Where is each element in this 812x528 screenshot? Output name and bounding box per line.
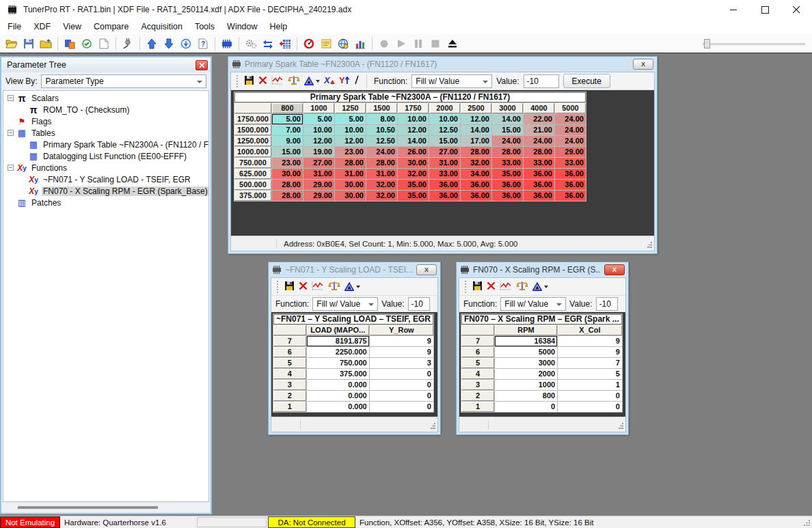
row-header[interactable]: 2 [273,391,306,401]
table-cell[interactable]: 36.00 [524,191,554,201]
maximize-icon[interactable] [749,0,781,19]
table-cell[interactable]: 0 [370,369,433,379]
resize-grip[interactable] [429,422,436,430]
table-cell[interactable]: 7 [558,358,622,368]
row-header[interactable]: 7 [461,336,494,346]
table-cell[interactable]: 750.000 [307,358,369,368]
menu-compare[interactable]: Compare [87,20,135,33]
table-cell[interactable]: 36.00 [524,180,554,190]
menu-xdf[interactable]: XDF [27,20,57,33]
table-cell[interactable]: 29.00 [555,147,586,157]
table-cell[interactable]: 26.00 [398,147,429,157]
table-cell[interactable]: 35.00 [492,169,523,179]
table-cell[interactable]: 3 [370,358,433,368]
record-icon[interactable] [376,36,392,52]
menu-acquisition[interactable]: Acquisition [135,20,188,33]
play-icon[interactable] [393,36,409,52]
close-bin-icon[interactable] [38,36,54,52]
x-axis-edit-icon[interactable]: X [324,75,335,87]
table-cell[interactable]: 32.00 [366,191,397,201]
stop-icon[interactable] [427,36,444,52]
table-cell[interactable]: 28.00 [366,158,397,168]
trackbar-thumb[interactable] [704,39,710,48]
page-question-icon[interactable]: ? [195,36,211,52]
table-cell[interactable]: 31.00 [303,169,334,179]
table-cell[interactable]: 28.00 [492,147,523,157]
row-header[interactable]: 7 [273,336,306,346]
table-cell[interactable]: 32.00 [366,180,397,190]
row-header[interactable]: 4 [273,369,306,379]
table-cell[interactable]: 31.00 [366,169,397,179]
table-cell[interactable]: 5.00 [303,114,334,124]
table-cell[interactable]: 27.00 [429,147,460,157]
graph-icon[interactable] [271,75,284,87]
compare-delta-icon[interactable] [344,282,360,291]
table-cell[interactable]: 15.00 [272,147,303,157]
execute-button[interactable]: Execute [563,74,610,88]
table-cell[interactable]: 36.00 [429,180,460,190]
table-cell[interactable]: 12.00 [398,125,429,135]
table-cell[interactable]: 800 [495,391,557,401]
table-cell[interactable]: 34.00 [461,169,491,179]
column-header[interactable]: Y_Row [370,325,433,335]
row-header[interactable]: 750.000 [234,158,271,168]
table-cell[interactable]: 9.00 [272,136,303,146]
table-cell[interactable]: 36.00 [492,191,523,201]
table-cell[interactable]: 0 [495,402,557,412]
fn070-close-icon[interactable]: X [604,264,625,275]
table-cell[interactable]: 12.00 [461,114,491,124]
column-header[interactable]: 1000 [303,103,334,113]
collapse-minus-icon[interactable]: − [8,95,14,101]
table-cell[interactable]: 36.00 [555,169,586,179]
table-cell[interactable]: 30.00 [335,180,366,190]
table-cell[interactable]: 15.00 [492,125,523,135]
row-header[interactable]: 5 [461,358,494,368]
table-cell[interactable]: 24.00 [555,136,586,146]
save-icon[interactable] [244,75,254,87]
table-cell[interactable]: 0 [370,380,433,390]
scales-icon[interactable] [328,281,340,293]
connector-plug-icon[interactable] [120,36,136,52]
volume-trackbar[interactable] [703,38,805,50]
checksum-icon[interactable] [79,36,95,52]
parameter-tree-titlebar[interactable]: Parameter Tree [1,57,211,72]
table-cell[interactable]: 2250.000 [307,347,369,357]
table-cell[interactable]: 33.00 [492,158,523,168]
table-cell[interactable]: 14.00 [461,125,491,135]
fn070-titlebar[interactable]: FN070 - X Scaling RPM - EGR (S... X [459,262,626,277]
table-cell[interactable]: 24.00 [555,114,586,124]
row-header[interactable]: 1500.000 [234,125,271,135]
tree-item[interactable]: Xy~FN071 - Y Scaling LOAD - TSEIF, EGR [3,173,208,185]
table-cell[interactable]: 12.00 [335,136,366,146]
table-cell[interactable]: 0.000 [307,380,369,390]
function-select[interactable]: Fill w/ Value [500,297,566,311]
table-cell[interactable]: 30.00 [272,169,303,179]
function-select[interactable]: Fill w/ Value [312,297,378,311]
value-input[interactable] [596,297,618,311]
tree-item[interactable]: −XyFunctions [3,162,208,173]
table-cell[interactable]: 9 [558,347,622,357]
eject-icon[interactable] [444,36,461,52]
table-cell[interactable]: 22.00 [524,114,554,124]
tree-item[interactable]: −πScalars [3,92,208,104]
table-cell[interactable]: 23.00 [272,158,303,168]
save-icon[interactable] [284,281,295,293]
table-cell[interactable]: 10.50 [366,125,397,135]
row-header[interactable]: 1 [461,402,494,412]
row-header[interactable]: 6 [461,347,494,357]
table-cell[interactable]: 27.00 [303,158,334,168]
bar-chart-icon[interactable] [352,36,368,52]
table-cell[interactable]: 30.00 [335,191,366,201]
tree-item[interactable]: ▦Datalogging List Function (EE00-EFFF) [3,150,208,162]
table-cell[interactable]: 36.00 [429,191,460,201]
fn071-close-icon[interactable]: X [416,264,437,275]
table-cell[interactable]: 7.00 [272,125,303,135]
graph-icon[interactable] [312,281,324,292]
table-cell[interactable]: 9 [558,336,622,346]
table-cell[interactable]: 5000 [495,347,557,357]
table-cell[interactable]: 0 [558,391,622,401]
save-icon[interactable] [21,36,37,52]
datalog-table-icon[interactable] [277,36,293,52]
column-header[interactable]: 2500 [461,103,491,113]
download-circle-icon[interactable] [178,36,194,52]
